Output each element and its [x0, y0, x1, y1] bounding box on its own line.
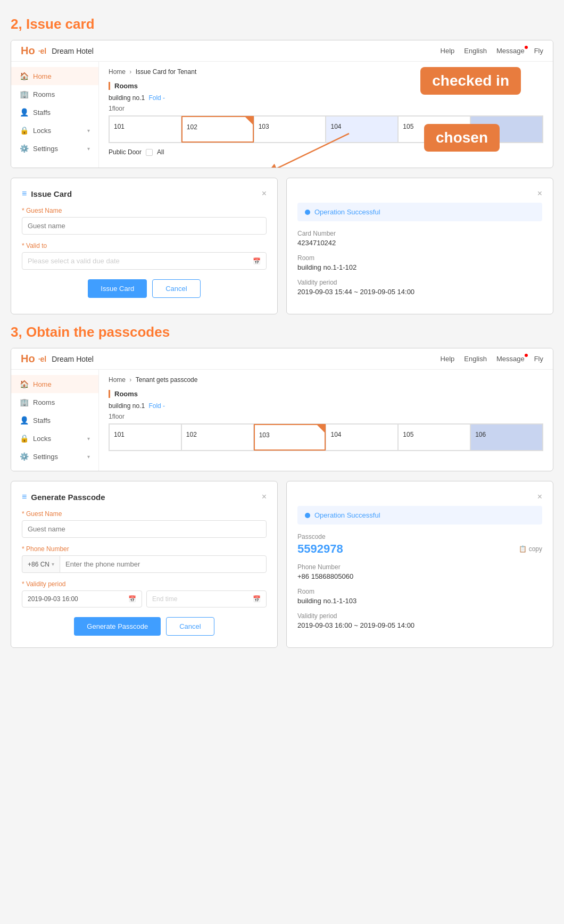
- browser-header-1: Ho ·el Dream Hotel Help English Message …: [11, 40, 553, 62]
- room2-104[interactable]: 104: [326, 424, 398, 451]
- room2-105[interactable]: 105: [398, 424, 470, 451]
- dialog-success2-close[interactable]: ×: [537, 492, 542, 502]
- logo-icon: Ho: [21, 45, 35, 57]
- validity-label-2: Validity period: [297, 612, 542, 620]
- dialog-issue-title: Issue Card: [31, 189, 72, 198]
- locks-icon: 🔒: [20, 126, 29, 135]
- nav-english[interactable]: English: [464, 47, 487, 55]
- generate-passcode-button[interactable]: Generate Passcode: [74, 617, 161, 636]
- copy-button[interactable]: 📋 copy: [519, 545, 542, 553]
- settings-expand-icon: ▾: [87, 146, 90, 152]
- fold-link[interactable]: Fold -: [148, 94, 165, 102]
- sidebar-staffs-label: Staffs: [33, 109, 51, 116]
- sidebar2-item-rooms[interactable]: 🏢 Rooms: [11, 393, 98, 411]
- sidebar-item-staffs[interactable]: 👤 Staffs: [11, 103, 98, 121]
- sidebar-locks-label: Locks: [33, 127, 51, 135]
- sidebar-item-rooms[interactable]: 🏢 Rooms: [11, 85, 98, 103]
- public-door-label: Public Door: [109, 148, 142, 156]
- sidebar-home-label: Home: [33, 72, 52, 80]
- all-label: All: [157, 148, 164, 156]
- nav-fly-2[interactable]: Fly: [534, 355, 543, 363]
- issue-btn-row: Issue Card Cancel: [22, 279, 267, 298]
- room2-103[interactable]: 103: [254, 424, 326, 451]
- room-value-2: building no.1-1-103: [297, 597, 542, 605]
- nav-help-2[interactable]: Help: [441, 355, 455, 363]
- sidebar-item-home[interactable]: 🏠 Home: [11, 67, 98, 85]
- start-calendar-icon: 📅: [128, 595, 136, 603]
- gen-guest-name-input[interactable]: [22, 520, 267, 538]
- validity-value-1: 2019-09-03 15:44 ~ 2019-09-05 14:00: [297, 288, 542, 296]
- phone-input[interactable]: [60, 555, 267, 573]
- settings-icon-2: ⚙️: [20, 452, 29, 461]
- room-102[interactable]: 102: [181, 116, 254, 143]
- dialog-row-2: ≡ Issue Card × Guest Name Valid to Pleas…: [11, 178, 553, 314]
- gen-cancel-button[interactable]: Cancel: [166, 617, 214, 636]
- sidebar-2: 🏠 Home 🏢 Rooms 👤 Staffs 🔒 Locks ▾ ⚙️ Set…: [11, 370, 99, 471]
- main-content-2: Home › Tenant gets passcode Rooms buildi…: [99, 370, 553, 471]
- issue-cancel-button[interactable]: Cancel: [152, 279, 200, 298]
- room-103[interactable]: 103: [254, 116, 326, 143]
- nav-message-2[interactable]: Message: [496, 355, 525, 363]
- guest-name-input[interactable]: [22, 217, 267, 235]
- card-number-label: Card Number: [297, 230, 542, 237]
- fold-link-2[interactable]: Fold -: [148, 402, 165, 410]
- sidebar2-item-staffs[interactable]: 👤 Staffs: [11, 411, 98, 429]
- nav-english-2[interactable]: English: [464, 355, 487, 363]
- validity-label-1: Validity period: [297, 279, 542, 286]
- gen-guest-name-field: Guest Name: [22, 510, 267, 538]
- room-101[interactable]: 101: [109, 116, 181, 143]
- valid-to-field: Valid to Please select a valid due date …: [22, 242, 267, 270]
- floor-label: 1floor: [109, 105, 543, 112]
- building-name-2: building no.1: [109, 402, 145, 410]
- browser-panel-1: Ho ·el Dream Hotel Help English Message …: [11, 40, 553, 168]
- sidebar-item-settings[interactable]: ⚙️ Settings ▾: [11, 139, 98, 157]
- copy-icon: 📋: [519, 545, 527, 553]
- end-time-input[interactable]: End time 📅: [146, 590, 267, 607]
- room-104[interactable]: 104: [326, 116, 398, 143]
- success-dot-2: [305, 513, 310, 518]
- validity-period-label: Validity period: [22, 580, 267, 588]
- rooms-title-2: Rooms: [109, 390, 543, 398]
- sidebar-item-locks[interactable]: 🔒 Locks ▾: [11, 121, 98, 139]
- dialog-success-1: × Operation Successful Card Number 42347…: [286, 178, 553, 314]
- phone-field: Phone Number +86 CN ▾: [22, 545, 267, 573]
- phone-row: +86 CN ▾: [22, 555, 267, 573]
- dialog-gen-close[interactable]: ×: [262, 492, 267, 502]
- sidebar2-item-settings[interactable]: ⚙️ Settings ▾: [11, 447, 98, 465]
- start-time-input[interactable]: 2019-09-03 16:00 📅: [22, 590, 142, 607]
- phone-result-label: Phone Number: [297, 563, 542, 571]
- sidebar2-locks-label: Locks: [33, 435, 51, 443]
- logo-text: ·el: [38, 47, 47, 55]
- sidebar2-item-home[interactable]: 🏠 Home: [11, 375, 98, 393]
- phone-prefix[interactable]: +86 CN ▾: [22, 555, 60, 573]
- dialog-issue-header: ≡ Issue Card ×: [22, 189, 267, 198]
- building-name: building no.1: [109, 94, 145, 102]
- valid-to-placeholder: Please select a valid due date: [28, 257, 120, 265]
- breadcrumb-2: Home › Tenant gets passcode: [109, 376, 543, 384]
- issue-card-button[interactable]: Issue Card: [88, 279, 147, 298]
- staffs-icon: 👤: [20, 108, 29, 116]
- bubble-chosen: chosen: [424, 124, 500, 152]
- nav-message[interactable]: Message: [496, 47, 525, 55]
- dialog-issue-close[interactable]: ×: [262, 189, 267, 198]
- dialog-success1-close[interactable]: ×: [537, 189, 542, 198]
- nav-help[interactable]: Help: [441, 47, 455, 55]
- bc-home-2[interactable]: Home: [109, 376, 126, 384]
- phone-result-row: Phone Number +86 15868805060: [297, 563, 542, 580]
- browser-panel-2: Ho ·el Dream Hotel Help English Message …: [11, 348, 553, 471]
- nav-fly[interactable]: Fly: [534, 47, 543, 55]
- room2-102[interactable]: 102: [181, 424, 254, 451]
- bc-home[interactable]: Home: [109, 68, 126, 76]
- sidebar2-item-locks[interactable]: 🔒 Locks ▾: [11, 429, 98, 447]
- browser-body-2: 🏠 Home 🏢 Rooms 👤 Staffs 🔒 Locks ▾ ⚙️ Set…: [11, 370, 553, 471]
- all-checkbox[interactable]: [146, 149, 153, 156]
- phone-prefix-chevron: ▾: [52, 561, 54, 567]
- end-calendar-icon: 📅: [253, 595, 261, 603]
- room2-101[interactable]: 101: [109, 424, 181, 451]
- valid-to-input[interactable]: Please select a valid due date 📅: [22, 252, 267, 270]
- sidebar-settings-label: Settings: [33, 145, 58, 153]
- success-dot-1: [305, 210, 310, 215]
- rooms-icon: 🏢: [20, 90, 29, 98]
- sidebar-rooms-label: Rooms: [33, 90, 55, 98]
- room2-106[interactable]: 106: [470, 424, 543, 451]
